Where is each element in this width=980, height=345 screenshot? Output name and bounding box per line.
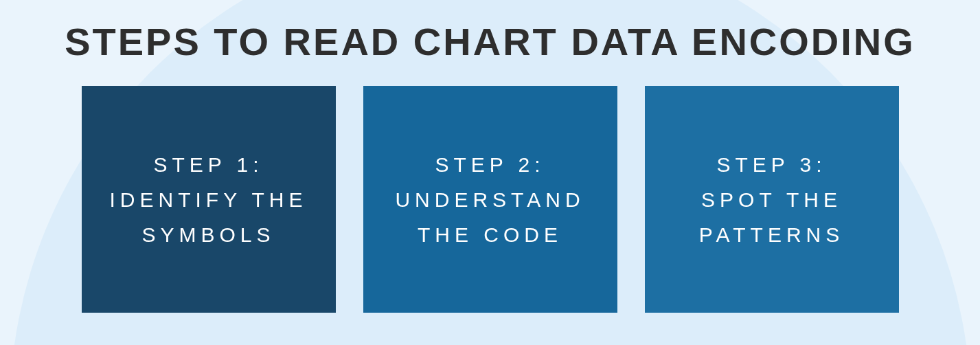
content-container: STEPS TO READ CHART DATA ENCODING STEP 1…	[0, 0, 980, 345]
step-1-desc-line2: SYMBOLS	[141, 217, 275, 252]
step-3-desc-line1: SPOT THE	[701, 182, 842, 217]
step-card-2: STEP 2: UNDERSTAND THE CODE	[363, 86, 617, 313]
step-3-desc-line2: PATTERNS	[699, 217, 845, 252]
step-1-label: STEP 1:	[153, 147, 263, 182]
step-2-desc-line2: THE CODE	[418, 217, 562, 252]
step-3-label: STEP 3:	[716, 147, 826, 182]
step-card-1: STEP 1: IDENTIFY THE SYMBOLS	[82, 86, 336, 313]
step-2-label: STEP 2:	[435, 147, 545, 182]
step-1-desc-line1: IDENTIFY THE	[110, 182, 308, 217]
page-title: STEPS TO READ CHART DATA ENCODING	[65, 19, 915, 64]
steps-row: STEP 1: IDENTIFY THE SYMBOLS STEP 2: UND…	[82, 86, 899, 313]
step-card-3: STEP 3: SPOT THE PATTERNS	[645, 86, 899, 313]
step-2-desc-line1: UNDERSTAND	[395, 182, 584, 217]
